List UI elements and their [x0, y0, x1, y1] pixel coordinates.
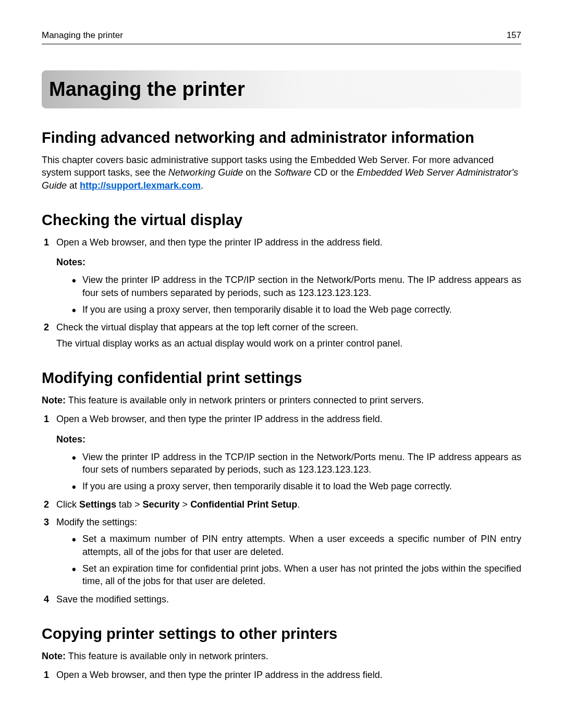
note-item: View the printer IP address in the TCP/I… [72, 451, 521, 476]
page-number: 157 [507, 30, 521, 41]
step-item: Click Settings tab > Security > Confiden… [42, 498, 521, 511]
notes-list: View the printer IP address in the TCP/I… [72, 451, 521, 493]
running-header: Managing the printer 157 [42, 30, 521, 44]
section4-note: Note: This feature is available only in … [42, 650, 521, 662]
step-item: Check the virtual display that appears a… [42, 321, 521, 350]
section-heading-networking: Finding advanced networking and administ… [42, 129, 521, 146]
note-item: If you are using a proxy server, then te… [72, 480, 521, 492]
header-left: Managing the printer [42, 30, 123, 41]
step-subtext: The virtual display works as an actual d… [56, 337, 521, 350]
step-item: Open a Web browser, and then type the pr… [42, 669, 521, 681]
settings-bullets: Set a maximum number of PIN entry attemp… [72, 533, 521, 587]
note-item: View the printer IP address in the TCP/I… [72, 274, 521, 299]
step-item: Modify the settings: Set a maximum numbe… [42, 516, 521, 587]
document-page: Managing the printer 157 Managing the pr… [0, 0, 563, 707]
section3-steps: Open a Web browser, and then type the pr… [42, 413, 521, 606]
step-item: Open a Web browser, and then type the pr… [42, 413, 521, 492]
section-heading-confidential: Modifying confidential print settings [42, 369, 521, 387]
chapter-title: Managing the printer [42, 70, 521, 108]
notes-list: View the printer IP address in the TCP/I… [72, 274, 521, 316]
notes-label: Notes: [56, 256, 521, 268]
support-link[interactable]: http://support.lexmark.com [80, 180, 201, 191]
section3-note: Note: This feature is available only in … [42, 394, 521, 406]
bullet-item: Set a maximum number of PIN entry attemp… [72, 533, 521, 558]
section2-steps: Open a Web browser, and then type the pr… [42, 236, 521, 350]
notes-label: Notes: [56, 433, 521, 446]
section1-paragraph: This chapter covers basic administrative… [42, 154, 521, 192]
step-item: Open a Web browser, and then type the pr… [42, 236, 521, 316]
section-heading-virtual-display: Checking the virtual display [42, 212, 521, 229]
section-heading-copying: Copying printer settings to other printe… [42, 625, 521, 643]
note-item: If you are using a proxy server, then te… [72, 303, 521, 316]
section4-steps: Open a Web browser, and then type the pr… [42, 669, 521, 681]
step-item: Save the modified settings. [42, 593, 521, 606]
bullet-item: Set an expiration time for confidential … [72, 562, 521, 588]
